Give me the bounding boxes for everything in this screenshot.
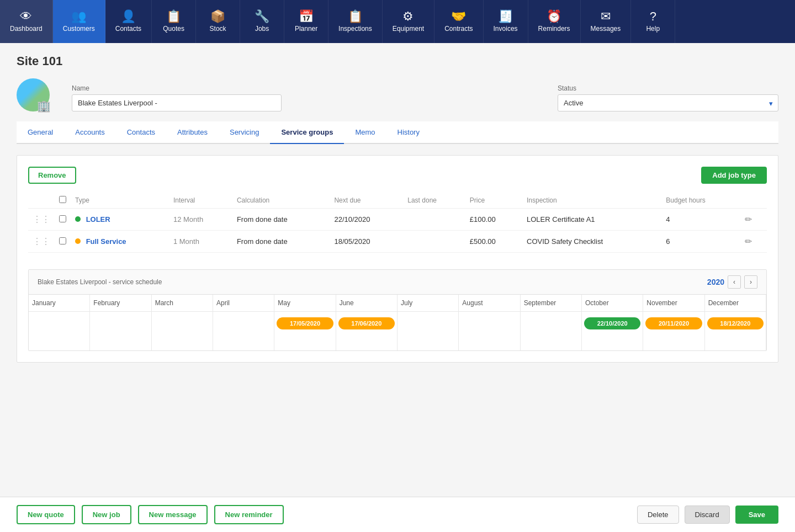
year-next-button[interactable]: › xyxy=(744,275,757,289)
cal-month-header-october: October xyxy=(582,295,643,312)
nav-item-inspections[interactable]: 📋Inspections xyxy=(328,0,383,43)
jobs-icon: 🔧 xyxy=(255,10,269,23)
nav-label-help: Help xyxy=(646,25,660,33)
nav-label-planner: Planner xyxy=(295,25,317,33)
nav-item-contracts[interactable]: 🤝Contracts xyxy=(434,0,483,43)
nav-label-contacts: Contacts xyxy=(115,25,141,33)
tab-contacts[interactable]: Contacts xyxy=(116,121,166,144)
type-cell-0: LOLER xyxy=(71,209,169,231)
quotes-icon: 📋 xyxy=(166,10,181,23)
cal-cell-september xyxy=(521,312,582,350)
dot-1 xyxy=(75,238,81,244)
col-price: Price xyxy=(465,193,522,209)
tab-accounts[interactable]: Accounts xyxy=(64,121,115,144)
interval-cell-0: 12 Month xyxy=(169,209,232,231)
interval-cell-1: 1 Month xyxy=(169,231,232,253)
col-type: Type xyxy=(71,193,169,209)
col-calculation: Calculation xyxy=(232,193,330,209)
contracts-icon: 🤝 xyxy=(451,10,466,23)
cal-cell-july xyxy=(398,312,459,350)
cal-month-header-june: June xyxy=(336,295,398,312)
nav-item-jobs[interactable]: 🔧Jobs xyxy=(240,0,284,43)
nav-item-customers[interactable]: 👥Customers xyxy=(53,0,105,43)
cal-badge-june[interactable]: 17/06/2020 xyxy=(338,317,395,329)
table-header-row: Type Interval Calculation Next due Last … xyxy=(28,193,767,209)
year-prev-button[interactable]: ‹ xyxy=(728,275,741,289)
nav-label-jobs: Jobs xyxy=(255,25,269,33)
name-input[interactable] xyxy=(72,94,282,111)
cal-cell-november: 20/11/2020 xyxy=(643,312,704,350)
tab-servicing[interactable]: Servicing xyxy=(219,121,270,144)
type-link-0[interactable]: LOLER xyxy=(86,215,110,224)
table-row: ⋮⋮ LOLER 12 Month From done date 22/10/2… xyxy=(28,209,767,231)
invoices-icon: 🧾 xyxy=(498,10,513,23)
cal-month-header-march: March xyxy=(152,295,213,312)
col-inspection: Inspection xyxy=(522,193,661,209)
nav-item-messages[interactable]: ✉Messages xyxy=(581,0,632,43)
col-last-done: Last done xyxy=(403,193,465,209)
cal-badge-december[interactable]: 18/12/2020 xyxy=(707,317,764,329)
status-label: Status xyxy=(558,84,778,92)
reminders-icon: ⏰ xyxy=(547,10,561,23)
dashboard-icon: 👁 xyxy=(20,10,32,23)
cal-month-header-september: September xyxy=(521,295,582,312)
cal-badge-november[interactable]: 20/11/2020 xyxy=(645,317,702,329)
nav-item-dashboard[interactable]: 👁Dashboard xyxy=(0,0,53,43)
schedule-section: Blake Estates Liverpool - service schedu… xyxy=(28,269,767,351)
table-row: ⋮⋮ Full Service 1 Month From done date 1… xyxy=(28,231,767,253)
tab-memo[interactable]: Memo xyxy=(344,121,386,144)
service-table: Type Interval Calculation Next due Last … xyxy=(28,193,767,253)
nav-item-contacts[interactable]: 👤Contacts xyxy=(105,0,152,43)
cal-month-header-april: April xyxy=(213,295,274,312)
col-check xyxy=(55,193,71,209)
nav-label-reminders: Reminders xyxy=(538,25,570,33)
col-budget-hours: Budget hours xyxy=(661,193,740,209)
help-icon: ? xyxy=(650,10,656,23)
select-all-checkbox[interactable] xyxy=(59,196,66,203)
nav-item-help[interactable]: ?Help xyxy=(631,0,675,43)
row-checkbox-0[interactable] xyxy=(59,215,66,222)
tab-attributes[interactable]: Attributes xyxy=(166,121,219,144)
nav-item-reminders[interactable]: ⏰Reminders xyxy=(528,0,581,43)
messages-icon: ✉ xyxy=(601,10,611,23)
nav-item-quotes[interactable]: 📋Quotes xyxy=(152,0,196,43)
nav-item-equipment[interactable]: ⚙Equipment xyxy=(383,0,434,43)
tab-general[interactable]: General xyxy=(17,121,64,144)
last-done-cell-1 xyxy=(403,231,465,253)
inspection-cell-0: LOLER Certificate A1 xyxy=(522,209,661,231)
row-checkbox-cell-1 xyxy=(55,231,71,253)
remove-button[interactable]: Remove xyxy=(28,167,76,184)
nav-item-invoices[interactable]: 🧾Invoices xyxy=(484,0,528,43)
tab-bar: GeneralAccountsContactsAttributesServici… xyxy=(17,121,778,144)
calculation-cell-0: From done date xyxy=(232,209,330,231)
cal-badge-october[interactable]: 22/10/2020 xyxy=(584,317,640,329)
nav-label-quotes: Quotes xyxy=(163,25,184,33)
equipment-icon: ⚙ xyxy=(402,10,414,23)
nav-item-planner[interactable]: 📅Planner xyxy=(284,0,328,43)
type-link-1[interactable]: Full Service xyxy=(86,237,126,246)
drag-handle-0[interactable]: ⋮⋮ xyxy=(28,209,55,231)
calculation-cell-1: From done date xyxy=(232,231,330,253)
cal-month-header-january: January xyxy=(29,295,90,312)
col-next-due: Next due xyxy=(330,193,403,209)
cal-month-header-july: July xyxy=(398,295,459,312)
cal-badge-may[interactable]: 17/05/2020 xyxy=(277,317,333,329)
row-checkbox-1[interactable] xyxy=(59,237,66,244)
nav-label-stock: Stock xyxy=(210,25,226,33)
col-interval: Interval xyxy=(169,193,232,209)
tab-history[interactable]: History xyxy=(386,121,431,144)
edit-icon-1[interactable]: ✏ xyxy=(740,231,767,253)
add-job-type-button[interactable]: Add job type xyxy=(701,167,767,184)
budget-hours-cell-1: 6 xyxy=(661,231,740,253)
status-select[interactable]: Active Inactive xyxy=(558,94,778,111)
budget-hours-cell-0: 4 xyxy=(661,209,740,231)
dot-0 xyxy=(75,216,81,222)
cal-cell-august xyxy=(459,312,520,350)
nav-item-stock[interactable]: 📦Stock xyxy=(196,0,240,43)
edit-icon-0[interactable]: ✏ xyxy=(740,209,767,231)
stock-icon: 📦 xyxy=(210,10,225,23)
inspection-cell-1: COVID Safety Checklist xyxy=(522,231,661,253)
last-done-cell-0 xyxy=(403,209,465,231)
drag-handle-1[interactable]: ⋮⋮ xyxy=(28,231,55,253)
tab-service-groups[interactable]: Service groups xyxy=(270,121,344,144)
